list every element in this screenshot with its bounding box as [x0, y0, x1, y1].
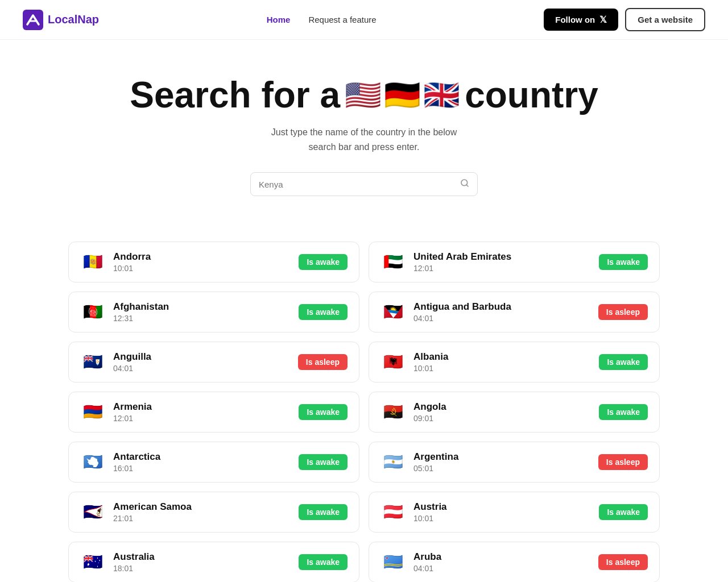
- hero-section: Search for a 🇺🇸 🇩🇪 🇬🇧 country Just type …: [0, 40, 728, 242]
- status-badge: Is asleep: [598, 454, 648, 470]
- svg-line-2: [466, 185, 468, 186]
- country-info: Anguilla 04:01: [113, 351, 151, 373]
- country-time: 12:01: [113, 414, 152, 423]
- get-website-button[interactable]: Get a website: [625, 8, 705, 31]
- country-name: Albania: [413, 351, 448, 363]
- country-name: Austria: [413, 501, 447, 513]
- country-left: 🇦🇹 Austria 10:01: [380, 501, 447, 523]
- country-time: 12:01: [413, 264, 511, 273]
- country-card[interactable]: 🇦🇷 Argentina 05:01 Is asleep: [369, 442, 660, 483]
- country-card[interactable]: 🇦🇬 Antigua and Barbuda 04:01 Is asleep: [369, 292, 660, 332]
- hero-subtitle: Just type the name of the country in the…: [23, 125, 705, 154]
- country-info: Albania 10:01: [413, 351, 448, 373]
- country-card[interactable]: 🇦🇮 Anguilla 04:01 Is asleep: [68, 342, 359, 383]
- country-info: Andorra 10:01: [113, 251, 151, 273]
- country-left: 🇦🇪 United Arab Emirates 12:01: [380, 251, 511, 273]
- country-card[interactable]: 🇦🇺 Australia 18:01 Is awake: [68, 542, 359, 582]
- country-name: Armenia: [113, 401, 152, 413]
- flag-gb: 🇬🇧: [423, 78, 460, 113]
- country-time: 12:31: [113, 314, 169, 323]
- status-badge: Is awake: [599, 254, 648, 270]
- countries-grid: 🇦🇩 Andorra 10:01 Is awake 🇦🇪 United Arab…: [23, 242, 705, 582]
- country-left: 🇦🇬 Antigua and Barbuda 04:01: [380, 301, 511, 323]
- country-time: 05:01: [413, 464, 458, 473]
- status-badge: Is awake: [299, 504, 348, 520]
- country-card[interactable]: 🇦🇶 Antarctica 16:01 Is awake: [68, 442, 359, 483]
- country-time: 10:01: [413, 514, 447, 523]
- country-flag: 🇦🇺: [80, 553, 105, 571]
- country-card[interactable]: 🇦🇩 Andorra 10:01 Is awake: [68, 242, 359, 282]
- country-card[interactable]: 🇦🇫 Afghanistan 12:31 Is awake: [68, 292, 359, 332]
- country-left: 🇦🇴 Angola 09:01: [380, 401, 446, 423]
- country-flag: 🇦🇷: [380, 453, 406, 471]
- country-flag: 🇦🇱: [380, 353, 406, 371]
- search-container: [23, 172, 705, 196]
- follow-button[interactable]: Follow on 𝕏: [544, 9, 618, 31]
- logo[interactable]: LocalNap: [23, 10, 99, 30]
- status-badge: Is asleep: [298, 354, 348, 370]
- country-name: United Arab Emirates: [413, 251, 511, 263]
- country-flag: 🇦🇶: [80, 453, 105, 471]
- country-card[interactable]: 🇦🇼 Aruba 04:01 Is asleep: [369, 542, 660, 582]
- status-badge: Is awake: [299, 304, 348, 320]
- country-info: Aruba 04:01: [413, 551, 441, 573]
- country-left: 🇦🇺 Australia 18:01: [80, 551, 155, 573]
- country-flag: 🇦🇹: [380, 503, 406, 521]
- country-flag: 🇦🇬: [380, 303, 406, 321]
- country-card[interactable]: 🇦🇲 Armenia 12:01 Is awake: [68, 392, 359, 433]
- status-badge: Is asleep: [598, 304, 648, 320]
- country-info: Antigua and Barbuda 04:01: [413, 301, 511, 323]
- country-card[interactable]: 🇦🇴 Angola 09:01 Is awake: [369, 392, 660, 433]
- country-time: 09:01: [413, 414, 446, 423]
- country-left: 🇦🇷 Argentina 05:01: [380, 451, 458, 473]
- country-left: 🇦🇱 Albania 10:01: [380, 351, 448, 373]
- country-name: Andorra: [113, 251, 151, 263]
- country-name: American Samoa: [113, 501, 192, 513]
- country-time: 18:01: [113, 564, 155, 573]
- country-card[interactable]: 🇦🇪 United Arab Emirates 12:01 Is awake: [369, 242, 660, 282]
- flag-de: 🇩🇪: [384, 78, 421, 113]
- country-time: 21:01: [113, 514, 192, 523]
- nav-links: Home Request a feature: [267, 15, 377, 24]
- country-info: Austria 10:01: [413, 501, 447, 523]
- nav-home[interactable]: Home: [267, 15, 291, 24]
- status-badge: Is awake: [299, 454, 348, 470]
- country-info: Afghanistan 12:31: [113, 301, 169, 323]
- status-badge: Is awake: [299, 404, 348, 420]
- follow-label: Follow on: [555, 15, 595, 24]
- status-badge: Is awake: [599, 354, 648, 370]
- country-flag: 🇦🇪: [380, 253, 406, 271]
- country-name: Aruba: [413, 551, 441, 563]
- svg-rect-0: [23, 10, 43, 30]
- hero-flags: 🇺🇸 🇩🇪 🇬🇧: [345, 78, 460, 113]
- search-icon: [460, 178, 469, 190]
- country-name: Anguilla: [113, 351, 151, 363]
- country-left: 🇦🇸 American Samoa 21:01: [80, 501, 192, 523]
- navbar: LocalNap Home Request a feature Follow o…: [0, 0, 728, 40]
- country-name: Afghanistan: [113, 301, 169, 313]
- country-left: 🇦🇶 Antarctica 16:01: [80, 451, 160, 473]
- logo-text: LocalNap: [48, 13, 99, 26]
- country-card[interactable]: 🇦🇹 Austria 10:01 Is awake: [369, 492, 660, 533]
- country-time: 04:01: [113, 364, 151, 373]
- country-time: 10:01: [413, 364, 448, 373]
- country-flag: 🇦🇲: [80, 403, 105, 421]
- country-time: 04:01: [413, 314, 511, 323]
- flag-us: 🇺🇸: [345, 78, 382, 113]
- country-card[interactable]: 🇦🇸 American Samoa 21:01 Is awake: [68, 492, 359, 533]
- country-name: Antarctica: [113, 451, 160, 463]
- country-card[interactable]: 🇦🇱 Albania 10:01 Is awake: [369, 342, 660, 383]
- country-flag: 🇦🇴: [380, 403, 406, 421]
- country-info: American Samoa 21:01: [113, 501, 192, 523]
- country-info: Antarctica 16:01: [113, 451, 160, 473]
- country-time: 16:01: [113, 464, 160, 473]
- country-time: 10:01: [113, 264, 151, 273]
- nav-request[interactable]: Request a feature: [308, 15, 376, 24]
- search-input[interactable]: [259, 180, 456, 189]
- status-badge: Is awake: [599, 504, 648, 520]
- nav-actions: Follow on 𝕏 Get a website: [544, 8, 705, 31]
- country-name: Angola: [413, 401, 446, 413]
- country-flag: 🇦🇮: [80, 353, 105, 371]
- x-logo-icon: 𝕏: [599, 14, 607, 25]
- country-flag: 🇦🇫: [80, 303, 105, 321]
